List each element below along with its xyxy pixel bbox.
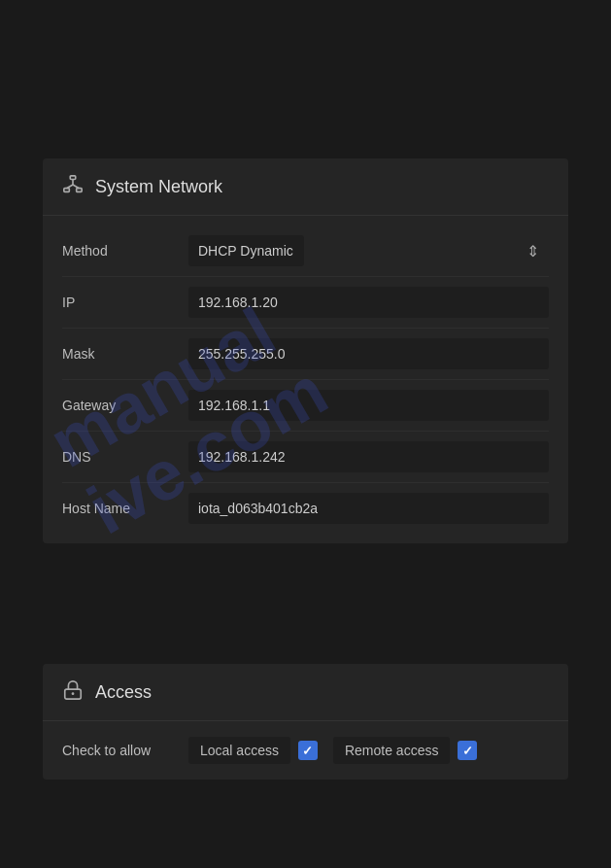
access-items: Local access Remote access [188,737,477,764]
chevron-down-icon: ⇕ [526,242,539,260]
svg-rect-2 [77,189,83,192]
remote-access-label: Remote access [333,737,450,764]
hostname-row: Host Name [62,483,549,534]
method-row: Method DHCP Dynamic ⇕ [62,226,549,277]
ip-label: IP [62,295,188,310]
access-row: Check to allow Local access Remote acces… [62,737,549,764]
gateway-label: Gateway [62,398,188,413]
access-panel-body: Check to allow Local access Remote acces… [43,721,568,780]
svg-rect-1 [64,189,70,192]
access-panel-title: Access [95,682,152,703]
local-access-label: Local access [188,737,290,764]
network-panel-body: Method DHCP Dynamic ⇕ IP Mask Gateway DN… [43,216,568,543]
svg-line-4 [67,185,73,189]
hostname-input[interactable] [188,493,549,524]
remote-access-item: Remote access [333,737,477,764]
method-label: Method [62,243,188,259]
method-select[interactable]: DHCP Dynamic [188,235,304,266]
check-to-allow-label: Check to allow [62,743,188,758]
gateway-input[interactable] [188,390,549,421]
remote-access-checkbox[interactable] [458,741,477,760]
dns-input[interactable] [188,441,549,472]
network-panel: System Network Method DHCP Dynamic ⇕ IP … [43,158,568,543]
ip-input[interactable] [188,287,549,318]
network-panel-header: System Network [43,158,568,216]
dns-label: DNS [62,449,188,465]
dns-row: DNS [62,432,549,483]
gateway-row: Gateway [62,380,549,432]
access-panel-header: Access [43,664,568,721]
svg-rect-0 [70,176,76,180]
network-panel-title: System Network [95,177,222,197]
local-access-item: Local access [188,737,318,764]
ip-row: IP [62,277,549,329]
mask-label: Mask [62,346,188,362]
method-select-wrapper: DHCP Dynamic ⇕ [188,235,549,266]
mask-input[interactable] [188,338,549,369]
hostname-label: Host Name [62,501,188,516]
access-icon [62,679,84,705]
svg-point-7 [72,692,75,695]
svg-line-5 [73,185,79,189]
local-access-checkbox[interactable] [298,741,318,760]
access-panel: Access Check to allow Local access Remot… [43,664,568,780]
mask-row: Mask [62,329,549,380]
network-icon [62,174,84,199]
